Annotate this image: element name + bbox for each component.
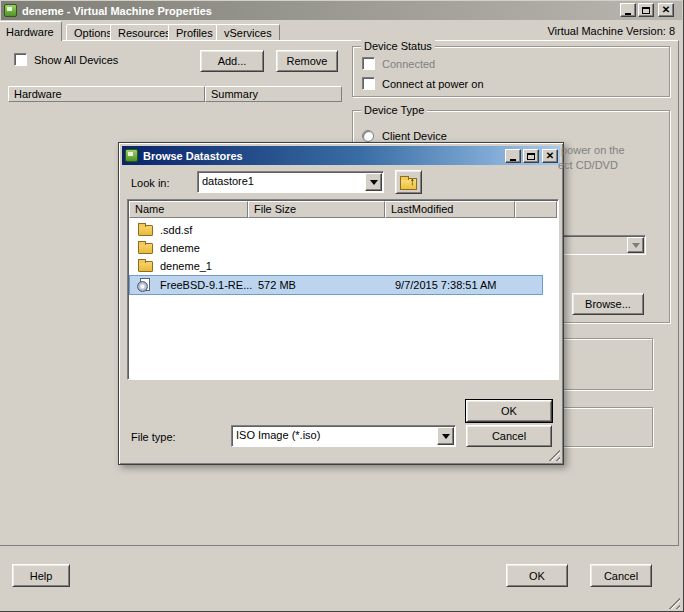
dialog-maximize-button[interactable] (523, 149, 539, 163)
dialog-resize-grip[interactable] (547, 448, 560, 461)
col-file-size[interactable]: File Size (248, 201, 385, 218)
connect-at-power-on-checkbox[interactable] (362, 77, 375, 90)
look-in-value: datastore1 (202, 175, 254, 187)
look-in-combo-arrow[interactable] (365, 173, 382, 191)
tab-vservices[interactable]: vServices (216, 24, 280, 41)
dialog-cancel-button[interactable]: Cancel (466, 425, 552, 447)
chevron-down-icon (370, 180, 378, 185)
maximize-icon (642, 7, 650, 14)
window-resize-grip[interactable] (667, 596, 680, 609)
dialog-maximize-icon (527, 153, 535, 160)
browse-button[interactable]: Browse... (572, 293, 644, 315)
dialog-minimize-button[interactable] (505, 149, 521, 163)
maximize-button[interactable] (638, 3, 654, 17)
file-type-combo[interactable]: ISO Image (*.iso) (231, 425, 456, 447)
folder-icon (138, 243, 153, 254)
dialog-title: Browse Datastores (143, 150, 243, 162)
col-extra[interactable] (515, 201, 557, 218)
up-one-level-button[interactable] (395, 170, 422, 194)
hw-col-summary[interactable]: Summary (205, 86, 342, 102)
remove-button[interactable]: Remove (276, 50, 338, 72)
tab-hardware[interactable]: Hardware (0, 21, 62, 41)
vm-version-label: Virtual Machine Version: 8 (547, 25, 675, 37)
show-all-devices-label: Show All Devices (34, 54, 118, 66)
file-type-combo-arrow[interactable] (437, 427, 454, 445)
up-folder-icon (400, 178, 417, 190)
folder-icon (138, 225, 153, 236)
device-status-title: Device Status (361, 40, 435, 52)
file-row-sddsf[interactable]: .sdd.sf (130, 221, 542, 239)
tab-profiles[interactable]: Profiles (168, 24, 221, 41)
file-list-header: Name File Size LastModified (129, 201, 557, 218)
clipped-note-line2: ect CD/DVD (558, 159, 618, 171)
file-type-value: ISO Image (*.iso) (236, 429, 320, 441)
dialog-titlebar[interactable]: Browse Datastores (122, 146, 560, 165)
folder-icon (138, 261, 153, 272)
connect-at-power-on-label: Connect at power on (382, 78, 484, 90)
dialog-ok-button[interactable]: OK (466, 400, 552, 422)
connected-checkbox[interactable] (362, 57, 375, 70)
hw-col-hardware[interactable]: Hardware (8, 86, 205, 102)
datastore-file-list[interactable]: Name File Size LastModified .sdd.sf dene… (127, 199, 559, 380)
file-row-deneme[interactable]: deneme (130, 239, 542, 257)
vm-properties-window: deneme - Virtual Machine Properties ✕ Ha… (0, 0, 684, 612)
minimize-button[interactable] (620, 3, 636, 17)
vmware-app-icon (4, 4, 17, 17)
client-device-label: Client Device (382, 130, 447, 142)
dialog-close-icon: ✕ (546, 151, 554, 161)
show-all-devices-checkbox[interactable] (14, 53, 27, 66)
window-title: deneme - Virtual Machine Properties (22, 5, 212, 17)
look-in-combo[interactable]: datastore1 (197, 171, 384, 193)
close-icon: ✕ (662, 5, 670, 15)
dialog-vmware-icon (125, 149, 138, 162)
file-type-label: File type: (131, 431, 176, 443)
main-cancel-button[interactable]: Cancel (590, 564, 652, 587)
look-in-label: Look in: (131, 177, 170, 189)
iso-file-icon (140, 278, 150, 291)
host-device-combo-arrow[interactable] (627, 237, 644, 253)
client-device-radio[interactable] (362, 130, 374, 142)
close-button[interactable]: ✕ (658, 3, 674, 17)
chevron-down-icon (632, 243, 640, 248)
add-button[interactable]: Add... (200, 50, 264, 72)
device-type-title: Device Type (361, 104, 427, 116)
browse-datastores-dialog: Browse Datastores ✕ Look in: datastore1 … (118, 142, 564, 465)
dialog-minimize-icon (510, 159, 516, 161)
help-button[interactable]: Help (12, 564, 70, 587)
file-row-deneme-1[interactable]: deneme_1 (130, 257, 542, 275)
dialog-close-button[interactable]: ✕ (542, 149, 558, 163)
clipped-note-line1: power on the (561, 144, 625, 156)
file-row-freebsd-iso[interactable]: FreeBSD-9.1-RE... 572 MB 9/7/2015 7:38:5… (130, 276, 542, 294)
main-ok-button[interactable]: OK (506, 564, 568, 587)
chevron-down-icon (442, 434, 450, 439)
minimize-icon (625, 13, 631, 15)
main-titlebar[interactable]: deneme - Virtual Machine Properties (1, 1, 682, 20)
connected-label: Connected (382, 58, 435, 70)
col-last-modified[interactable]: LastModified (385, 201, 515, 218)
col-name[interactable]: Name (129, 201, 248, 218)
